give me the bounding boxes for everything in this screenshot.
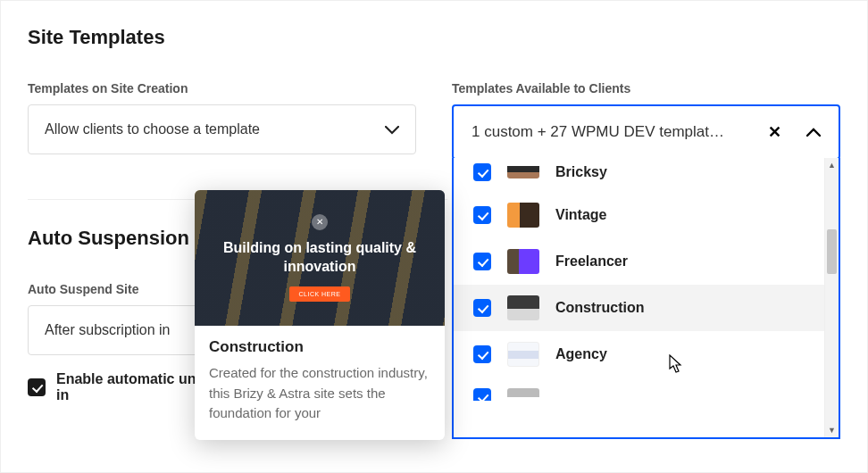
- combo-selected-text: 1 custom + 27 WPMU DEV templat…: [472, 123, 748, 141]
- option-next-partial[interactable]: [454, 378, 824, 401]
- scrollbar[interactable]: ▲ ▼: [824, 158, 839, 437]
- templates-available-combo: 1 custom + 27 WPMU DEV templat… ✕ Bricks…: [452, 104, 840, 160]
- template-thumbnail: [507, 342, 539, 367]
- tooltip-hero-image: ✕ Building on lasting quality & innovati…: [195, 190, 445, 326]
- checkbox-checked-icon[interactable]: [473, 206, 491, 224]
- templates-creation-select[interactable]: Allow clients to choose a template: [28, 104, 416, 154]
- option-agency[interactable]: Agency: [454, 331, 824, 378]
- option-label: Freelancer: [555, 253, 628, 270]
- combo-header[interactable]: 1 custom + 27 WPMU DEV templat… ✕: [452, 104, 840, 160]
- option-construction[interactable]: Construction: [454, 285, 824, 331]
- auto-suspend-value: After subscription in: [45, 322, 171, 338]
- clear-icon[interactable]: ✕: [759, 117, 790, 147]
- templates-creation-label: Templates on Site Creation: [28, 81, 416, 95]
- scroll-down-icon[interactable]: ▼: [825, 423, 839, 437]
- template-thumbnail: [507, 295, 539, 320]
- scroll-up-icon[interactable]: ▲: [825, 158, 839, 172]
- templates-available-label: Templates Available to Clients: [452, 81, 840, 95]
- template-thumbnail: [507, 166, 539, 178]
- tooltip-description: Created for the construction industry, t…: [209, 363, 430, 424]
- checkbox-checked-icon[interactable]: [473, 345, 491, 363]
- option-label: Vintage: [555, 207, 607, 223]
- template-preview-tooltip: ✕ Building on lasting quality & innovati…: [195, 190, 445, 440]
- checkbox-checked-icon[interactable]: [473, 299, 491, 317]
- option-label: Agency: [555, 346, 607, 362]
- checkbox-checked-icon[interactable]: [28, 378, 46, 396]
- page-title: Site Templates: [28, 26, 840, 49]
- templates-creation-value: Allow clients to choose a template: [45, 121, 260, 137]
- tooltip-hero-cta: CLICK HERE: [289, 286, 349, 302]
- tooltip-hero-text: Building on lasting quality & innovation: [213, 239, 427, 277]
- template-thumbnail: [507, 388, 539, 397]
- option-label: Bricksy: [555, 164, 607, 180]
- combo-dropdown-panel: Bricksy Vintage Freelancer: [452, 158, 840, 439]
- chevron-up-icon[interactable]: [801, 120, 826, 145]
- option-vintage[interactable]: Vintage: [454, 192, 824, 238]
- scrollbar-thumb[interactable]: [827, 229, 837, 274]
- template-thumbnail: [507, 249, 539, 274]
- right-column: Templates Available to Clients 1 custom …: [452, 81, 840, 403]
- tooltip-title: Construction: [209, 338, 430, 356]
- template-thumbnail: [507, 203, 539, 228]
- combo-option-list: Bricksy Vintage Freelancer: [454, 158, 824, 437]
- chevron-down-icon: [385, 120, 399, 139]
- option-freelancer[interactable]: Freelancer: [454, 238, 824, 285]
- option-label: Construction: [555, 300, 645, 316]
- checkbox-checked-icon[interactable]: [473, 253, 491, 270]
- checkbox-checked-icon[interactable]: [473, 163, 491, 181]
- option-bricksy[interactable]: Bricksy: [454, 162, 824, 192]
- checkbox-checked-icon[interactable]: [473, 388, 491, 401]
- close-icon: ✕: [312, 214, 328, 230]
